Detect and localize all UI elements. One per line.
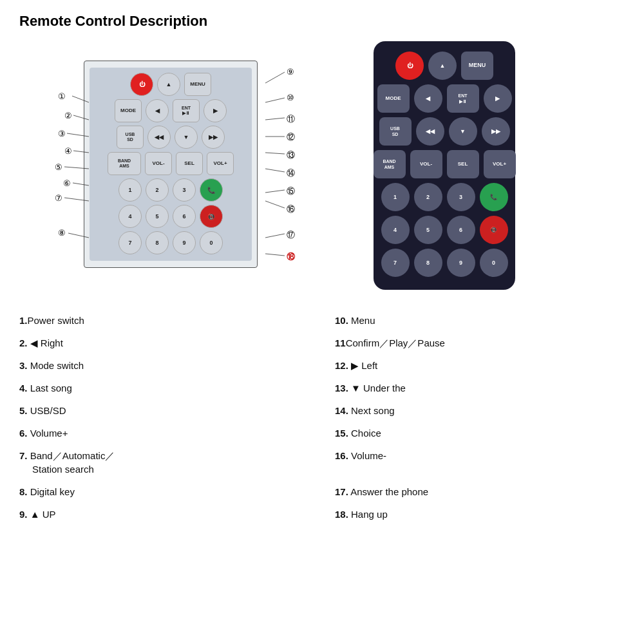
- svg-line-13: [265, 169, 285, 172]
- remote-7: 7: [381, 249, 410, 277]
- diag-btn-volplus: VOL+: [207, 152, 234, 175]
- remote-image: ⏻ ▲ MENU MODE ◀ ENT▶⏸ ▶ USBSD ◀◀ ▼ ▶▶: [374, 41, 528, 290]
- desc-2: 2. ◀ Right: [19, 332, 309, 354]
- diag-btn-volminus: VOL-: [145, 152, 172, 175]
- callout-5: ⑤: [55, 162, 62, 172]
- remote-5: 5: [414, 216, 442, 244]
- callout-15: ⑮: [287, 185, 295, 197]
- svg-line-16: [265, 234, 285, 238]
- callout-6: ⑥: [63, 178, 71, 188]
- desc-12: 12. ▶ Left: [335, 354, 625, 377]
- remote-prev: ◀◀: [416, 117, 444, 146]
- remote-6: 6: [447, 216, 475, 244]
- callout-10: ⑩: [287, 93, 294, 102]
- diag-btn-8: 8: [146, 231, 169, 254]
- desc-9: 9. ▲ UP: [19, 503, 309, 526]
- callout-7: ⑦: [55, 193, 62, 203]
- svg-line-15: [265, 201, 285, 208]
- diag-btn-mode: MODE: [115, 99, 142, 122]
- svg-line-14: [265, 190, 285, 193]
- svg-line-9: [265, 98, 285, 102]
- desc-5: 5. USB/SD: [19, 399, 309, 422]
- svg-line-10: [265, 118, 285, 120]
- callout-18: ⑱: [287, 251, 295, 263]
- callout-2: ②: [64, 111, 72, 120]
- diag-btn-4: 4: [118, 205, 142, 228]
- diag-btn-hang: 📵: [200, 205, 223, 228]
- diag-btn-answer: 📞: [200, 178, 223, 202]
- callout-13: ⑬: [287, 149, 295, 161]
- desc-4: 4. Last song: [19, 377, 309, 399]
- diag-btn-7: 7: [118, 231, 142, 254]
- diag-btn-sel: SEL: [176, 152, 203, 175]
- diag-btn-9: 9: [173, 231, 196, 254]
- callout-12: ⑫: [287, 131, 295, 143]
- callout-11: ⑪: [287, 113, 295, 125]
- diag-btn-0: 0: [200, 231, 223, 254]
- remote-power: ⏻: [395, 52, 424, 80]
- callout-9: ⑨: [287, 67, 294, 77]
- diag-btn-band: BANDAMS: [108, 152, 141, 175]
- remote-volm: VOL-: [410, 150, 442, 178]
- remote-hang: 📵: [480, 216, 508, 244]
- diag-btn-5: 5: [146, 205, 169, 228]
- diag-btn-1: 1: [118, 178, 142, 202]
- remote-band: BANDAMS: [374, 150, 406, 178]
- diag-btn-3: 3: [173, 178, 196, 202]
- desc-18: 18. Hang up: [335, 503, 625, 526]
- callout-16: ⑯: [287, 204, 295, 215]
- diag-btn-prev: ◀◀: [147, 126, 171, 149]
- diag-btn-down-arr: ▼: [175, 126, 198, 149]
- description-list: 1.Power switch 10. Menu 2. ◀ Right 11Con…: [19, 309, 625, 526]
- desc-10: 10. Menu: [335, 309, 625, 332]
- remote-up: ▲: [428, 52, 457, 80]
- remote-right-arr: ▶: [484, 84, 512, 113]
- page-title: Remote Control Description: [19, 13, 625, 30]
- remote-down-arr: ▼: [449, 117, 477, 146]
- callout-3: ③: [58, 129, 66, 138]
- remote-2: 2: [414, 183, 442, 211]
- desc-1: 1.Power switch: [19, 309, 309, 332]
- remote-3: 3: [447, 183, 475, 211]
- remote-4: 4: [381, 216, 410, 244]
- remote-left-arr: ◀: [414, 84, 442, 113]
- svg-line-17: [265, 254, 285, 256]
- desc-3: 3. Mode switch: [19, 354, 309, 377]
- remote-usb: USBSD: [379, 117, 412, 146]
- desc-15: 15. Choice: [335, 422, 625, 444]
- desc-7: 7. Band／Automatic／Station search: [19, 444, 309, 480]
- diag-btn-up: ▲: [157, 73, 180, 96]
- desc-14: 14. Next song: [335, 399, 625, 422]
- desc-6: 6. Volume+: [19, 422, 309, 444]
- diagram-section: ⏻ ▲ MENU MODE ◀ ENT▶⏸ ▶: [19, 41, 354, 260]
- callout-17: ⑰: [287, 229, 295, 241]
- remote-menu: MENU: [461, 52, 493, 80]
- diag-btn-right-arr: ▶: [204, 99, 227, 122]
- diag-btn-left-arr: ◀: [146, 99, 169, 122]
- desc-17: 17. Answer the phone: [335, 480, 625, 503]
- diag-btn-ent: ENT▶⏸: [173, 99, 200, 122]
- callout-14: ⑭: [287, 167, 295, 179]
- diag-btn-menu: MENU: [184, 73, 211, 96]
- remote-answer: 📞: [480, 183, 508, 211]
- desc-13: 13. ▼ Under the: [335, 377, 625, 399]
- diag-btn-2: 2: [146, 178, 169, 202]
- callout-8: ⑧: [58, 228, 66, 238]
- remote-9: 9: [447, 249, 475, 277]
- svg-line-12: [265, 153, 285, 154]
- desc-8: 8. Digital key: [19, 480, 309, 503]
- callout-1: ①: [58, 91, 66, 101]
- svg-line-8: [265, 72, 285, 83]
- diag-btn-next: ▶▶: [202, 126, 225, 149]
- diag-btn-usb: USBSD: [117, 126, 144, 149]
- desc-16: 16. Volume-: [335, 444, 625, 480]
- remote-next: ▶▶: [482, 117, 510, 146]
- remote-8: 8: [414, 249, 442, 277]
- remote-volp: VOL+: [484, 150, 516, 178]
- diag-btn-6: 6: [173, 205, 196, 228]
- remote-0: 0: [480, 249, 508, 277]
- remote-ent: ENT▶⏸: [447, 84, 479, 113]
- diag-btn-power: ⏻: [130, 73, 153, 96]
- remote-sel: SEL: [447, 150, 479, 178]
- remote-1: 1: [381, 183, 410, 211]
